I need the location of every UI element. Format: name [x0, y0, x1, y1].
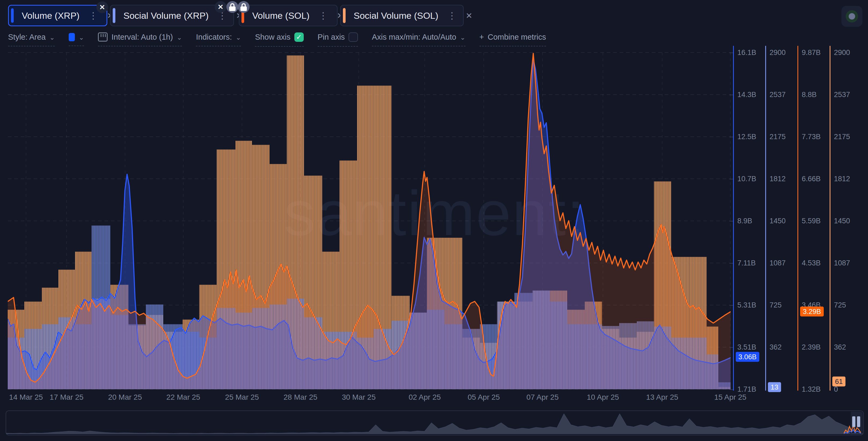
axis-maxmin-selector[interactable]: Axis max/min: Auto/Auto ⌄: [372, 33, 465, 46]
date-label: 22 Mar 25: [166, 393, 200, 402]
navigator-area: [6, 414, 850, 434]
chevron-down-icon: ⌄: [177, 34, 182, 41]
axis-tick-label: 3.51B: [737, 343, 756, 351]
axis-tick-label: 10.7B: [737, 175, 756, 183]
record-ring-icon: [846, 10, 858, 23]
axis-tick-label: 725: [770, 301, 782, 309]
axis-tick-label: 6.66B: [802, 175, 821, 183]
chevron-down-icon: ⌄: [236, 34, 241, 41]
metric-tab-social-volume-sol[interactable]: Social Volume (SOL)⋮✕: [340, 5, 464, 26]
xrp-logo-icon: ✕: [96, 1, 108, 13]
axis-tick-label: 1450: [834, 217, 850, 225]
tab-accent-bar: [343, 8, 346, 23]
show-axis-toggle[interactable]: Show axis ✓: [255, 32, 304, 47]
axis-tick-mark: [730, 179, 733, 179]
indicators-selector[interactable]: Indicators: ⌄: [196, 33, 241, 46]
pin-axis-toggle[interactable]: Pin axis: [318, 32, 358, 47]
tab-accent-bar: [11, 8, 14, 23]
axis-tick-label: 1.71B: [737, 385, 756, 394]
tab-accent-bar: [113, 8, 115, 23]
kebab-menu-icon[interactable]: ⋮: [319, 10, 328, 21]
social-volume-xrp-axis[interactable]: 29002537217518121450108772536213: [765, 45, 798, 392]
kebab-menu-icon[interactable]: ⋮: [447, 10, 457, 21]
tab-label: Social Volume (SOL): [354, 10, 438, 21]
chevron-down-icon: ⌄: [460, 34, 465, 41]
interval-selector[interactable]: Interval: Auto (1h) ⌄: [98, 32, 182, 46]
metric-tab-social-volume-xrp[interactable]: Social Volume (XRP)⋮✕✕: [110, 5, 234, 26]
date-label: 17 Mar 25: [50, 393, 84, 402]
combine-metrics-button[interactable]: + Combine metrics: [479, 33, 546, 46]
volume-xrp-axis[interactable]: 16.1B14.3B12.5B10.7B8.9B7.11B5.31B3.51B1…: [733, 45, 765, 392]
current-value-badge: 13: [768, 382, 781, 392]
metric-tab-volume-sol[interactable]: Volume (SOL)⋮✕: [239, 5, 338, 26]
date-label: 28 Mar 25: [284, 393, 317, 402]
main-chart[interactable]: [8, 45, 731, 390]
tab-label: Volume (XRP): [22, 10, 80, 21]
axis-tick-label: 1.32B: [802, 385, 821, 394]
date-label: 13 Apr 25: [646, 393, 678, 402]
record-status-button[interactable]: [841, 6, 862, 27]
social-volume-sol-axis[interactable]: 290025372175181214501087725362061: [830, 45, 862, 392]
axis-tick-mark: [730, 53, 733, 53]
axis-tick-label: 2175: [770, 133, 786, 141]
axis-tick-label: 1087: [770, 259, 786, 267]
current-value-badge: 3.29B: [800, 307, 824, 316]
metric-color-swatch[interactable]: [69, 33, 75, 41]
axis-tick-label: 14.3B: [737, 91, 756, 99]
date-label: 20 Mar 25: [108, 393, 142, 402]
current-value-badge: 3.06B: [736, 352, 760, 362]
axis-tick-label: 2175: [834, 133, 850, 141]
axis-tick-label: 362: [834, 343, 846, 351]
axis-tick-mark: [730, 137, 733, 137]
date-label: 10 Apr 25: [587, 393, 619, 402]
axis-tick-label: 1450: [770, 217, 786, 225]
axis-tick-label: 2900: [770, 48, 786, 57]
navigator-active-window[interactable]: [851, 411, 863, 434]
interval-label: Interval: Auto (1h): [111, 33, 173, 41]
axis-tick-label: 2900: [834, 48, 850, 57]
volume-sol-axis[interactable]: 9.87B8.8B7.73B6.66B5.59B4.53B3.46B2.39B1…: [798, 45, 830, 392]
style-selector[interactable]: Style: Area ⌄: [8, 33, 55, 46]
show-axis-checkbox[interactable]: ✓: [294, 32, 304, 42]
axis-tick-label: 5.59B: [802, 217, 821, 225]
indicators-label: Indicators:: [196, 33, 232, 41]
axis-tick-label: 16.1B: [737, 48, 756, 57]
axis-tick-label: 7.73B: [802, 133, 821, 141]
plus-icon: +: [479, 33, 484, 41]
close-icon[interactable]: ✕: [466, 11, 472, 21]
tab-label: Volume (SOL): [252, 10, 310, 21]
axis-tick-label: 725: [834, 301, 846, 309]
axis-tick-label: 362: [770, 343, 782, 351]
chart-toolbar: Style: Area ⌄ ⌄ Interval: Auto (1h) ⌄ In…: [8, 31, 546, 48]
metric-tab-volume-xrp[interactable]: Volume (XRP)⋮✕✕: [8, 5, 107, 26]
pause-icon[interactable]: [857, 416, 860, 427]
axis-tick-mark: [730, 263, 733, 264]
pin-axis-checkbox[interactable]: [348, 32, 358, 42]
date-label: 05 Apr 25: [468, 393, 500, 402]
axis-tick-label: 12.5B: [737, 133, 756, 141]
axis-tick-mark: [730, 95, 733, 95]
axis-tick-label: 2.39B: [802, 343, 821, 351]
style-label: Style: Area: [8, 33, 45, 41]
navigator-minimap[interactable]: [6, 411, 863, 435]
date-label: 07 Apr 25: [526, 393, 559, 402]
date-label: 30 Mar 25: [342, 393, 376, 402]
axis-tick-label: 5.31B: [737, 301, 756, 309]
lock-icon: [226, 1, 238, 13]
timeline-navigator[interactable]: [6, 410, 864, 435]
metric-tab-bar: Volume (XRP)⋮✕✕Social Volume (XRP)⋮✕✕Vol…: [0, 0, 868, 30]
axis-tick-label: 4.53B: [802, 259, 821, 267]
pause-icon[interactable]: [852, 416, 856, 427]
axis-tick-label: 8.9B: [737, 217, 752, 225]
check-icon: ✓: [296, 33, 302, 41]
axis-tick-label: 1087: [834, 259, 850, 267]
combine-metrics-label: Combine metrics: [488, 33, 546, 41]
interval-columns-icon: [98, 32, 107, 41]
kebab-menu-icon[interactable]: ⋮: [89, 10, 98, 21]
axis-tick-label: 8.8B: [802, 91, 817, 99]
color-selector[interactable]: ⌄: [69, 33, 84, 46]
xrp-logo-icon: ✕: [215, 1, 226, 13]
date-label: 25 Mar 25: [225, 393, 259, 402]
axis-tick-mark: [730, 305, 733, 306]
axis-tick-mark: [730, 221, 733, 222]
